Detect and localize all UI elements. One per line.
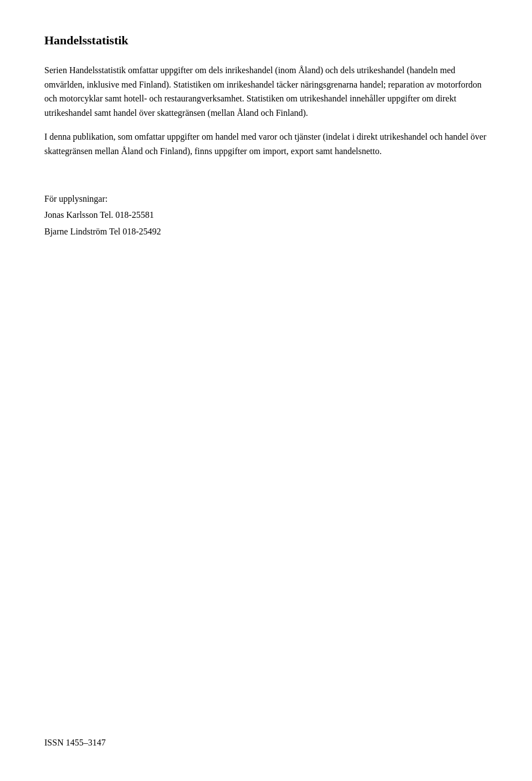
paragraph-2: I denna publikation, som omfattar uppgif… bbox=[44, 130, 488, 158]
issn-text: ISSN 1455–3147 bbox=[44, 738, 106, 748]
contact-line2: Bjarne Lindström Tel 018-25492 bbox=[44, 224, 488, 239]
page-title: Handelsstatistik bbox=[44, 33, 488, 48]
paragraph-1: Serien Handelsstatistik omfattar uppgift… bbox=[44, 63, 488, 120]
issn-section: ISSN 1455–3147 bbox=[44, 738, 106, 748]
contact-label: För upplysningar: bbox=[44, 192, 488, 206]
page-container: Handelsstatistik Serien Handelsstatistik… bbox=[44, 33, 488, 748]
contact-section: För upplysningar: Jonas Karlsson Tel. 01… bbox=[44, 192, 488, 239]
contact-line1: Jonas Karlsson Tel. 018-25581 bbox=[44, 208, 488, 222]
